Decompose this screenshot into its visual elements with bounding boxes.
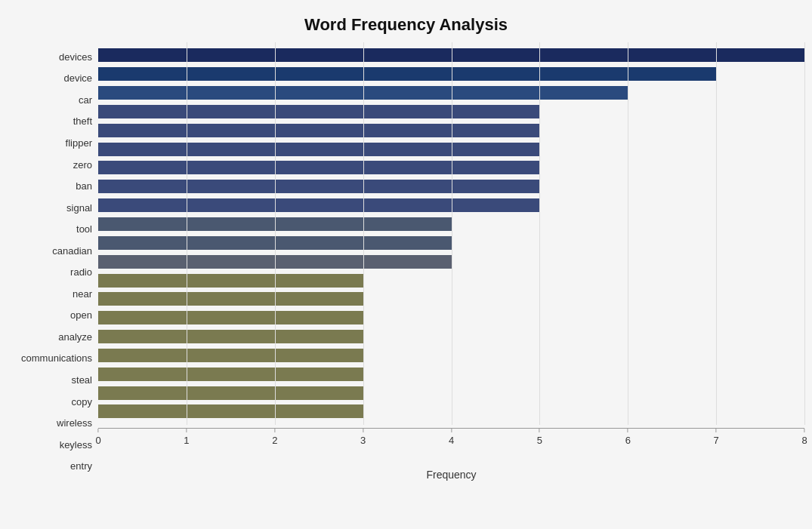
grid-line <box>628 42 628 425</box>
x-tick-mark <box>716 429 717 432</box>
bar <box>98 292 363 306</box>
bar <box>98 349 363 362</box>
bar <box>98 143 539 156</box>
y-label: analyze <box>8 332 92 342</box>
bars-area <box>98 42 804 425</box>
bar <box>98 161 539 174</box>
x-tick-label: 6 <box>625 435 631 446</box>
y-label: radio <box>8 267 92 277</box>
x-tick: 6 <box>625 429 631 446</box>
bar <box>98 180 539 193</box>
y-label: wireless <box>8 418 92 428</box>
grid-line <box>275 42 276 425</box>
bar <box>98 124 539 137</box>
bar <box>98 105 539 118</box>
bar <box>98 404 363 418</box>
x-tick-label: 5 <box>537 435 542 446</box>
grid-line <box>716 42 717 425</box>
x-tick: 2 <box>272 429 277 446</box>
grid-line <box>804 42 805 425</box>
y-label: keyless <box>8 440 92 450</box>
x-tick-label: 8 <box>801 435 807 446</box>
x-tick-mark <box>451 429 452 432</box>
x-tick-mark <box>804 429 804 432</box>
grid-line <box>539 42 540 425</box>
y-label: steal <box>8 375 92 385</box>
grid-line <box>363 42 364 425</box>
y-label: communications <box>8 353 92 363</box>
x-tick-mark <box>186 429 187 432</box>
x-tick-label: 4 <box>449 435 454 446</box>
x-tick-label: 2 <box>272 435 277 446</box>
bar <box>98 67 716 81</box>
bar <box>98 368 363 381</box>
chart-container: Word Frequency Analysis devicesdevicecar… <box>0 0 812 529</box>
x-tick: 7 <box>714 429 719 446</box>
y-label: car <box>8 95 92 105</box>
y-label: tool <box>8 224 92 234</box>
x-tick: 3 <box>360 429 366 446</box>
grid-line <box>452 42 452 425</box>
grid-line <box>187 42 187 425</box>
y-label: zero <box>8 160 92 170</box>
x-tick-label: 1 <box>184 435 189 446</box>
y-label: flipper <box>8 138 92 148</box>
y-label: open <box>8 310 92 320</box>
x-tick-mark <box>274 429 275 432</box>
bars-and-xaxis: 012345678 Frequency <box>98 42 804 481</box>
x-tick: 5 <box>537 429 542 446</box>
x-tick: 4 <box>449 429 454 446</box>
bar <box>98 311 363 324</box>
x-tick: 0 <box>95 429 100 446</box>
x-tick-mark <box>97 429 98 432</box>
x-tick: 8 <box>801 429 807 446</box>
y-label: entry <box>8 461 92 471</box>
y-label: canadian <box>8 246 92 256</box>
x-tick-label: 3 <box>360 435 366 446</box>
y-axis: devicesdevicecartheftflipperzerobansigna… <box>8 42 98 481</box>
x-tick-label: 0 <box>95 435 100 446</box>
y-label: signal <box>8 203 92 213</box>
bar <box>98 330 363 343</box>
x-tick-mark <box>363 429 363 432</box>
x-tick-mark <box>539 429 540 432</box>
chart-area: devicesdevicecartheftflipperzerobansigna… <box>8 42 804 481</box>
x-tick-label: 7 <box>714 435 719 446</box>
y-label: theft <box>8 116 92 126</box>
y-label: devices <box>8 52 92 62</box>
bar <box>98 386 363 400</box>
chart-title: Word Frequency Analysis <box>8 15 804 35</box>
y-label: near <box>8 289 92 299</box>
x-tick-mark <box>628 429 628 432</box>
x-tick: 1 <box>184 429 189 446</box>
x-axis-title: Frequency <box>98 469 804 481</box>
y-label: ban <box>8 181 92 191</box>
bar <box>98 198 539 212</box>
y-label: device <box>8 73 92 83</box>
y-label: copy <box>8 397 92 407</box>
bar <box>98 274 363 288</box>
x-axis: 012345678 <box>98 428 804 466</box>
